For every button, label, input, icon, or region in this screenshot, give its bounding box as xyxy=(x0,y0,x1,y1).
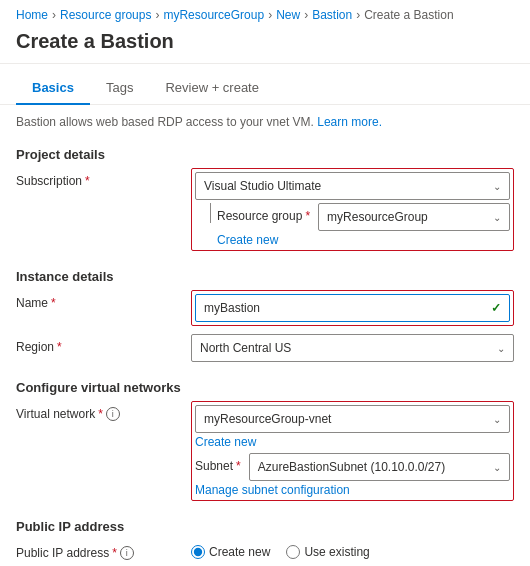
subscription-row: Subscription * Visual Studio Ultimate ⌄ … xyxy=(16,168,514,251)
public-ip-control: Create new Use existing xyxy=(191,540,514,559)
subnet-control: AzureBastionSubnet (10.10.0.0/27) ⌄ xyxy=(249,453,510,481)
name-required: * xyxy=(51,296,56,310)
region-row: Region * North Central US ⌄ xyxy=(16,334,514,362)
vnet-control: myResourceGroup-vnet ⌄ Create new Subnet… xyxy=(191,401,514,501)
tab-basics[interactable]: Basics xyxy=(16,72,90,105)
resource-group-control: myResourceGroup ⌄ xyxy=(318,203,510,231)
subnet-label: Subnet * xyxy=(195,453,249,473)
vnet-chevron-icon: ⌄ xyxy=(493,414,501,425)
breadcrumb-home[interactable]: Home xyxy=(16,8,48,22)
subscription-chevron-icon: ⌄ xyxy=(493,181,501,192)
resource-group-required: * xyxy=(305,209,310,223)
breadcrumb-my-resource-group[interactable]: myResourceGroup xyxy=(163,8,264,22)
resource-group-line xyxy=(195,203,211,223)
create-new-vnet[interactable]: Create new xyxy=(195,433,510,449)
subnet-chevron-icon: ⌄ xyxy=(493,462,501,473)
region-chevron-icon: ⌄ xyxy=(497,343,505,354)
vnet-title: Configure virtual networks xyxy=(0,370,530,401)
resource-group-select[interactable]: myResourceGroup ⌄ xyxy=(318,203,510,231)
tab-tags[interactable]: Tags xyxy=(90,72,149,105)
tabs-container: Basics Tags Review + create xyxy=(0,64,530,105)
public-ip-required: * xyxy=(112,546,117,560)
public-ip-title: Public IP address xyxy=(0,509,530,540)
instance-details-title: Instance details xyxy=(0,259,530,290)
resource-group-row: Resource group * myResourceGroup ⌄ xyxy=(195,203,510,231)
project-details-form: Subscription * Visual Studio Ultimate ⌄ … xyxy=(0,168,530,251)
subscription-control: Visual Studio Ultimate ⌄ Resource group … xyxy=(191,168,514,251)
project-details-title: Project details xyxy=(0,137,530,168)
vnet-info-icon[interactable]: i xyxy=(106,407,120,421)
breadcrumb-resource-groups[interactable]: Resource groups xyxy=(60,8,151,22)
public-ip-row: Public IP address * i Create new Use exi… xyxy=(16,540,514,560)
breadcrumb-bastion[interactable]: Bastion xyxy=(312,8,352,22)
manage-subnet-link[interactable]: Manage subnet configuration xyxy=(195,481,510,497)
instance-details-form: Name * myBastion ✓ Region * North Centra… xyxy=(0,290,530,362)
learn-more-link[interactable]: Learn more. xyxy=(317,115,382,129)
subnet-required: * xyxy=(236,459,241,473)
subnet-field-group: Subnet * AzureBastionSubnet (10.10.0.0/2… xyxy=(195,453,510,481)
description: Bastion allows web based RDP access to y… xyxy=(0,105,530,137)
create-new-resource-group[interactable]: Create new xyxy=(195,231,510,247)
tab-review-create[interactable]: Review + create xyxy=(149,72,275,105)
subnet-row: Subnet * AzureBastionSubnet (10.10.0.0/2… xyxy=(195,453,510,481)
breadcrumb-current: Create a Bastion xyxy=(364,8,453,22)
subscription-label: Subscription * xyxy=(16,168,191,188)
public-ip-create-new[interactable]: Create new xyxy=(191,545,270,559)
region-label: Region * xyxy=(16,334,191,354)
name-row: Name * myBastion ✓ xyxy=(16,290,514,326)
name-control: myBastion ✓ xyxy=(191,290,514,326)
name-input[interactable]: myBastion ✓ xyxy=(195,294,510,322)
page-title: Create a Bastion xyxy=(0,26,530,63)
region-required: * xyxy=(57,340,62,354)
public-ip-label: Public IP address * i xyxy=(16,540,191,560)
resource-group-chevron-icon: ⌄ xyxy=(493,212,501,223)
breadcrumb: Home › Resource groups › myResourceGroup… xyxy=(0,0,530,26)
vnet-form: Virtual network * i myResourceGroup-vnet… xyxy=(0,401,530,501)
region-select[interactable]: North Central US ⌄ xyxy=(191,334,514,362)
public-ip-info-icon[interactable]: i xyxy=(120,546,134,560)
public-ip-use-existing-radio[interactable] xyxy=(286,545,300,559)
public-ip-create-new-radio[interactable] xyxy=(191,545,205,559)
vnet-row: Virtual network * i myResourceGroup-vnet… xyxy=(16,401,514,501)
vnet-select[interactable]: myResourceGroup-vnet ⌄ xyxy=(195,405,510,433)
name-valid-icon: ✓ xyxy=(491,301,501,315)
vnet-required: * xyxy=(98,407,103,421)
subnet-select[interactable]: AzureBastionSubnet (10.10.0.0/27) ⌄ xyxy=(249,453,510,481)
resource-group-label: Resource group * xyxy=(217,203,318,223)
name-label: Name * xyxy=(16,290,191,310)
public-ip-radio-group: Create new Use existing xyxy=(191,540,514,559)
public-ip-use-existing[interactable]: Use existing xyxy=(286,545,369,559)
public-ip-form: Public IP address * i Create new Use exi… xyxy=(0,540,530,566)
breadcrumb-new[interactable]: New xyxy=(276,8,300,22)
region-control: North Central US ⌄ xyxy=(191,334,514,362)
subscription-select[interactable]: Visual Studio Ultimate ⌄ xyxy=(195,172,510,200)
subscription-required: * xyxy=(85,174,90,188)
vnet-label: Virtual network * i xyxy=(16,401,191,421)
